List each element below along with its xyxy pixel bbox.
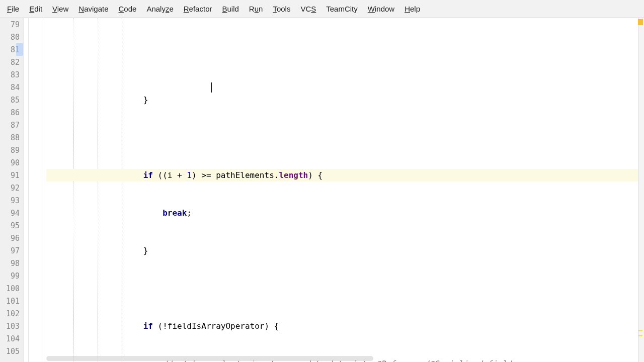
line-number: 92 <box>0 182 20 194</box>
line-number: 94 <box>0 207 20 219</box>
menu-refactor[interactable]: Refactor <box>179 3 217 15</box>
change-marker[interactable] <box>638 330 642 331</box>
fold-column <box>24 18 44 362</box>
horizontal-scrollbar[interactable] <box>46 356 373 361</box>
menu-teamcity[interactable]: TeamCity <box>321 3 363 15</box>
line-number: 90 <box>0 156 20 169</box>
menu-code[interactable]: Code <box>114 3 142 15</box>
menu-edit[interactable]: Edit <box>24 3 47 15</box>
line-number: 101 <box>0 295 20 307</box>
code-line[interactable]: break; <box>46 207 644 219</box>
code-line[interactable]: } <box>46 244 644 257</box>
menu-view[interactable]: View <box>47 3 73 15</box>
menu-help[interactable]: Help <box>399 3 425 15</box>
warning-marker-icon[interactable] <box>638 19 643 25</box>
line-number: 97 <box>0 244 20 257</box>
line-number: 95 <box>0 219 20 232</box>
line-number: 104 <box>0 332 20 345</box>
line-number: 100 <box>0 282 20 295</box>
menu-bar: File Edit View Navigate Code Analyze Ref… <box>0 0 644 18</box>
menu-analyze[interactable]: Analyze <box>141 3 178 15</box>
text-caret <box>211 82 212 93</box>
line-number: 96 <box>0 232 20 244</box>
menu-vcs[interactable]: VCS <box>295 3 321 15</box>
line-number: 103 <box>0 320 20 332</box>
code-line-current[interactable]: if ((i + 1) >= pathElements.length) { <box>46 169 644 182</box>
menu-window[interactable]: Window <box>363 3 399 15</box>
code-line[interactable]: } <box>46 94 644 106</box>
line-number: 98 <box>0 257 20 269</box>
line-number: 83 <box>0 68 20 81</box>
menu-tools[interactable]: Tools <box>268 3 295 15</box>
error-stripe[interactable] <box>638 18 644 362</box>
line-number: 79 <box>0 18 20 31</box>
code-line[interactable] <box>46 131 644 144</box>
line-number: 102 <box>0 307 20 320</box>
line-number: 93 <box>0 194 20 207</box>
menu-build[interactable]: Build <box>217 3 244 15</box>
menu-run[interactable]: Run <box>244 3 268 15</box>
gutter: 7980818283848586878889909192939495969798… <box>0 18 24 362</box>
line-number: 99 <box>0 269 20 282</box>
line-number: 87 <box>0 119 20 131</box>
code-editor[interactable]: } if ((i + 1) >= pathElements.length) { … <box>44 18 644 362</box>
line-number: 82 <box>0 56 20 68</box>
line-number: 86 <box>0 106 20 119</box>
code-line[interactable] <box>46 282 644 295</box>
menu-file[interactable]: File <box>2 3 24 15</box>
code-line[interactable]: if (!fieldIsArrayOperator) { <box>46 320 644 332</box>
change-marker[interactable] <box>638 335 642 336</box>
line-number: 105 <box>0 345 20 357</box>
line-number: 88 <box>0 131 20 144</box>
line-number: 84 <box>0 81 20 94</box>
line-number: 91 <box>0 169 20 182</box>
menu-navigate[interactable]: Navigate <box>73 3 113 15</box>
gutter-cursor-marker <box>16 43 23 56</box>
line-number: 89 <box>0 144 20 156</box>
line-number: 85 <box>0 94 20 106</box>
line-number: 80 <box>0 31 20 43</box>
editor-area: 7980818283848586878889909192939495969798… <box>0 18 644 362</box>
